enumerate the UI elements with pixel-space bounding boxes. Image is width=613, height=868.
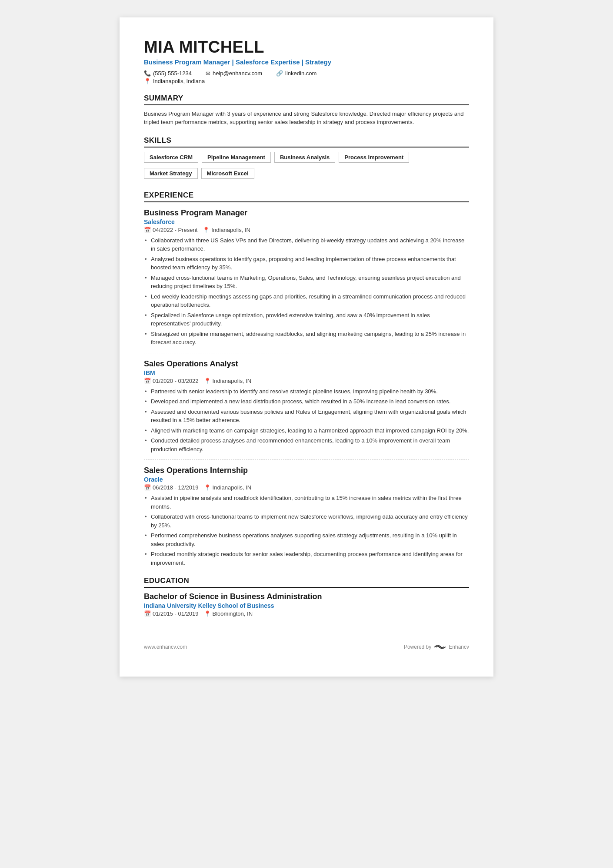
job-1-bullet-3: Managed cross-functional teams in Market… [144, 274, 469, 291]
experience-title: EXPERIENCE [144, 191, 469, 202]
job-2-dates: 01/2020 - 03/2022 [153, 378, 199, 384]
job-3-bullet-2: Collaborated with cross-functional teams… [144, 513, 469, 530]
job-separator-2 [144, 459, 469, 460]
contact-row-1: 📞 (555) 555-1234 ✉ help@enhancv.com 🔗 li… [144, 70, 469, 77]
job-1-bullet-6: Strategized on pipeline management, addr… [144, 330, 469, 347]
job-1-bullets: Collaborated with three US Sales VPs and… [144, 236, 469, 347]
job-1-dates-item: 📅 04/2022 - Present [144, 227, 197, 233]
edu-meta: 📅 01/2015 - 01/2019 📍 Bloomington, IN [144, 610, 469, 617]
skills-title: SKILLS [144, 136, 469, 147]
skill-pipeline-management: Pipeline Management [202, 152, 271, 163]
job-2-title: Sales Operations Analyst [144, 359, 469, 369]
job-3-bullet-3: Performed comprehensive business operati… [144, 531, 469, 548]
calendar-icon-2: 📅 [144, 378, 151, 384]
job-1: Business Program Manager Salesforce 📅 04… [144, 208, 469, 347]
job-2-bullet-3: Assessed and documented various business… [144, 408, 469, 425]
skill-market-strategy: Market Strategy [144, 168, 198, 179]
skill-salesforce-crm: Salesforce CRM [144, 152, 198, 163]
powered-by-label: Powered by [404, 644, 431, 650]
job-1-meta: 📅 04/2022 - Present 📍 Indianapolis, IN [144, 227, 469, 233]
edu-dates: 01/2015 - 01/2019 [153, 610, 199, 617]
job-3-location-item: 📍 Indianapolis, IN [204, 484, 252, 491]
job-2-dates-item: 📅 01/2020 - 03/2022 [144, 378, 199, 384]
job-2: Sales Operations Analyst IBM 📅 01/2020 -… [144, 359, 469, 454]
job-1-bullet-4: Led weekly leadership meetings assessing… [144, 292, 469, 309]
job-2-bullet-2: Developed and implemented a new lead dis… [144, 397, 469, 406]
job-2-company: IBM [144, 369, 469, 376]
email-icon: ✉ [206, 70, 210, 77]
calendar-icon-3: 📅 [144, 484, 151, 491]
skill-business-analysis: Business Analysis [274, 152, 335, 163]
job-1-company: Salesforce [144, 218, 469, 225]
degree-title: Bachelor of Science in Business Administ… [144, 592, 469, 601]
footer-website: www.enhancv.com [144, 644, 187, 650]
job-1-location: Indianapolis, IN [211, 227, 250, 233]
location-icon: 📍 [144, 78, 151, 84]
job-3-dates-item: 📅 06/2018 - 12/2019 [144, 484, 199, 491]
job-3-title: Sales Operations Internship [144, 466, 469, 475]
location-text: Indianapolis, Indiana [153, 78, 205, 84]
calendar-icon-1: 📅 [144, 227, 151, 233]
location-item: 📍 Indianapolis, Indiana [144, 78, 205, 84]
enhancv-brand-name: Enhancv [449, 644, 469, 650]
experience-section: EXPERIENCE Business Program Manager Sale… [144, 191, 469, 567]
edu-dates-item: 📅 01/2015 - 01/2019 [144, 610, 199, 617]
candidate-name: MIA MITCHELL [144, 38, 469, 57]
linkedin-url: linkedin.com [285, 70, 316, 77]
skills-section: SKILLS Salesforce CRM Pipeline Managemen… [144, 136, 469, 181]
phone-icon: 📞 [144, 70, 151, 77]
job-2-bullets: Partnered with senior leadership to iden… [144, 387, 469, 454]
job-2-location: Indianapolis, IN [213, 378, 252, 384]
page-footer: www.enhancv.com Powered by Enhancv [144, 638, 469, 650]
edu-location-item: 📍 Bloomington, IN [204, 610, 253, 617]
linkedin-item: 🔗 linkedin.com [276, 70, 316, 77]
skill-microsoft-excel: Microsoft Excel [201, 168, 254, 179]
job-1-bullet-5: Specialized in Salesforce usage optimiza… [144, 311, 469, 328]
education-section: EDUCATION Bachelor of Science in Busines… [144, 576, 469, 617]
job-2-bullet-5: Conducted detailed process analyses and … [144, 436, 469, 453]
job-2-meta: 📅 01/2020 - 03/2022 📍 Indianapolis, IN [144, 378, 469, 384]
summary-text: Business Program Manager with 3 years of… [144, 110, 469, 127]
job-3-bullets: Assisted in pipeline analysis and roadbl… [144, 494, 469, 567]
edu-location: Bloomington, IN [213, 610, 253, 617]
job-1-bullet-2: Analyzed business operations to identify… [144, 255, 469, 272]
resume-page: MIA MITCHELL Business Program Manager | … [120, 17, 493, 677]
candidate-title: Business Program Manager | Salesforce Ex… [144, 58, 469, 66]
job-1-bullet-1: Collaborated with three US Sales VPs and… [144, 236, 469, 253]
job-2-bullet-4: Aligned with marketing teams on campaign… [144, 426, 469, 435]
enhancv-logo-icon [434, 643, 446, 650]
phone-number: (555) 555-1234 [153, 70, 192, 77]
job-3-bullet-4: Produced monthly strategic readouts for … [144, 550, 469, 567]
calendar-icon-edu: 📅 [144, 610, 151, 617]
location-icon-3: 📍 [204, 484, 211, 491]
header: MIA MITCHELL Business Program Manager | … [144, 38, 469, 84]
email-address: help@enhancv.com [213, 70, 262, 77]
school-name: Indiana University Kelley School of Busi… [144, 602, 469, 609]
skills-grid: Salesforce CRM Pipeline Management Busin… [144, 152, 469, 181]
contact-row-2: 📍 Indianapolis, Indiana [144, 78, 469, 84]
location-icon-edu: 📍 [204, 610, 211, 617]
location-icon-1: 📍 [203, 227, 210, 233]
education-title: EDUCATION [144, 576, 469, 588]
skill-process-improvement: Process Improvement [339, 152, 409, 163]
job-2-location-item: 📍 Indianapolis, IN [204, 378, 252, 384]
email-item: ✉ help@enhancv.com [206, 70, 262, 77]
job-separator-1 [144, 353, 469, 353]
job-3-meta: 📅 06/2018 - 12/2019 📍 Indianapolis, IN [144, 484, 469, 491]
job-1-location-item: 📍 Indianapolis, IN [203, 227, 250, 233]
job-1-dates: 04/2022 - Present [153, 227, 197, 233]
link-icon: 🔗 [276, 70, 283, 77]
job-2-bullet-1: Partnered with senior leadership to iden… [144, 387, 469, 396]
job-3-company: Oracle [144, 476, 469, 483]
location-icon-2: 📍 [204, 378, 211, 384]
job-1-title: Business Program Manager [144, 208, 469, 218]
phone-item: 📞 (555) 555-1234 [144, 70, 192, 77]
summary-section: SUMMARY Business Program Manager with 3 … [144, 94, 469, 127]
footer-brand: Powered by Enhancv [404, 643, 469, 650]
job-3-bullet-1: Assisted in pipeline analysis and roadbl… [144, 494, 469, 511]
job-3: Sales Operations Internship Oracle 📅 06/… [144, 466, 469, 567]
job-3-location: Indianapolis, IN [213, 484, 252, 491]
summary-title: SUMMARY [144, 94, 469, 105]
job-3-dates: 06/2018 - 12/2019 [153, 484, 199, 491]
